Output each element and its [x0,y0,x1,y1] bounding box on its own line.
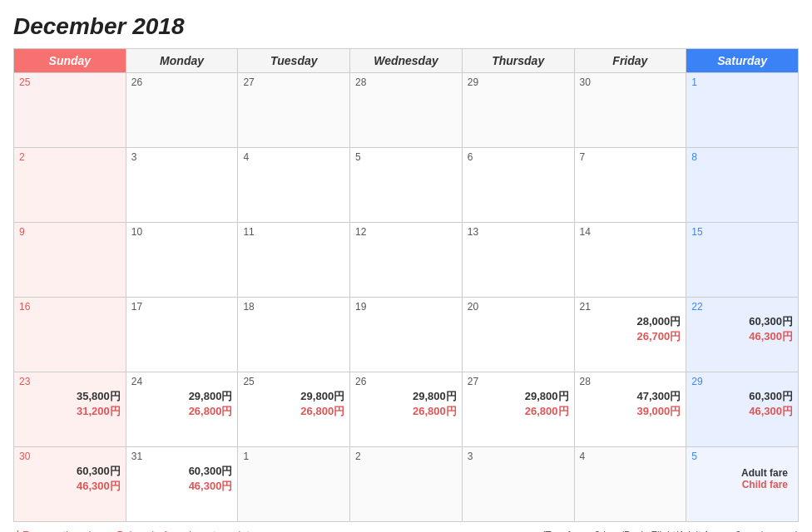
calendar-cell-25: 2529,800円26,800円 [238,372,350,447]
calendar-cell-3: 3 [126,148,238,223]
calendar-cell-2: 2 [14,148,126,223]
calendar-cell-27: 27 [238,73,350,148]
day-number: 25 [243,376,344,387]
child-price: 26,700円 [580,329,681,344]
day-number: 5 [691,451,793,462]
day-number: 2 [19,151,121,163]
day-number: 18 [243,301,344,313]
day-number: 11 [243,226,344,238]
adult-price: 35,800円 [19,389,121,404]
child-price: 46,300円 [19,479,121,494]
day-number: 29 [468,76,569,88]
calendar-cell-8: 8 [686,148,799,223]
adult-price: 47,300円 [580,389,681,404]
calendar-header-saturday: Saturday [686,49,799,73]
calendar-cell-23: 2335,800円31,200円 [14,372,126,447]
day-number: 17 [131,301,233,313]
calendar-cell-29: 29 [462,73,574,148]
calendar-cell-26: 2629,800円26,800円 [350,372,463,447]
adult-price: 28,000円 [580,314,681,329]
calendar-header-tuesday: Tuesday [238,49,350,73]
day-number: 22 [691,301,793,313]
calendar-cell-5: 5 [350,148,463,223]
day-number: 2 [355,451,457,462]
day-number: 24 [131,376,233,387]
calendar-cell-18: 18 [238,298,350,372]
fare-legend: Adult fareChild fare [691,464,793,492]
adult-price: 60,300円 [691,389,793,404]
calendar-cell-21: 2128,000円26,700円 [574,298,686,372]
day-number: 28 [355,76,457,88]
calendar-cell-5: 5Adult fareChild fare [686,447,799,522]
day-number: 30 [580,76,681,88]
day-number: 19 [355,301,457,313]
day-number: 4 [243,151,344,163]
day-number: 3 [468,451,569,462]
day-number: 6 [468,151,569,163]
calendar-cell-19: 19 [350,298,463,372]
calendar-table: SundayMondayTuesdayWednesdayThursdayFrid… [13,48,799,522]
calendar-cell-7: 7 [574,148,686,223]
day-number: 30 [19,451,121,462]
day-number: 7 [580,151,681,163]
child-price: 26,800円 [243,404,344,419]
day-number: 5 [355,151,457,163]
day-number: 13 [468,226,569,238]
calendar-cell-22: 2260,300円46,300円 [686,298,799,372]
calendar-cell-4: 4 [238,148,350,223]
day-number: 4 [580,451,681,462]
reservation-notice: ※Reservation closes 5 days before depart… [13,529,255,532]
day-number: 21 [580,301,681,313]
child-price: 26,800円 [131,404,233,419]
calendar-cell-31: 3160,300円46,300円 [126,447,238,522]
calendar-cell-6: 6 [462,148,574,223]
calendar-cell-15: 15 [686,223,799,298]
adult-price: 29,800円 [131,389,233,404]
calendar-cell-9: 9 [14,223,126,298]
child-price: 46,300円 [131,479,233,494]
child-price: 39,000円 [580,404,681,419]
calendar-cell-1: 1 [686,73,799,148]
calendar-cell-20: 20 [462,298,574,372]
calendar-cell-10: 10 [126,223,238,298]
child-price: 46,300円 [691,404,793,419]
adult-fare-label: Adult fare [696,467,788,479]
adult-price: 60,300円 [131,464,233,479]
calendar-cell-12: 12 [350,223,463,298]
calendar-header-monday: Monday [126,49,238,73]
child-price: 46,300円 [691,329,793,344]
day-number: 27 [243,76,344,88]
day-number: 28 [580,376,681,387]
day-number: 20 [468,301,569,313]
calendar-cell-17: 17 [126,298,238,372]
adult-price: 29,800円 [468,389,569,404]
day-number: 16 [19,301,121,313]
calendar-cell-13: 13 [462,223,574,298]
calendar-row-5: 3060,300円46,300円3160,300円46,300円12345Adu… [14,447,799,522]
calendar-header-row: SundayMondayTuesdayWednesdayThursdayFrid… [14,49,799,73]
calendar-cell-29: 2960,300円46,300円 [686,372,799,447]
calendar-cell-25: 25 [14,73,126,148]
day-number: 14 [580,226,681,238]
child-price: 31,200円 [19,404,121,419]
calendar-cell-28: 2847,300円39,000円 [574,372,686,447]
day-number: 29 [691,376,793,387]
calendar-row-3: 16171819202128,000円26,700円2260,300円46,30… [14,298,799,372]
page-title: December 2018 [13,13,799,40]
calendar-cell-14: 14 [574,223,686,298]
day-number: 10 [131,226,233,238]
day-number: 31 [131,451,233,462]
calendar-cell-16: 16 [14,298,126,372]
calendar-header-friday: Friday [574,49,686,73]
adult-price: 60,300円 [691,314,793,329]
calendar-cell-28: 28 [350,73,463,148]
calendar-row-0: 2526272829301 [14,73,799,148]
footer: ※Reservation closes 5 days before depart… [13,529,799,532]
calendar-cell-1: 1 [238,447,350,522]
calendar-row-2: 9101112131415 [14,223,799,298]
day-number: 9 [19,226,121,238]
calendar-cell-11: 11 [238,223,350,298]
calendar-cell-30: 3060,300円46,300円 [14,447,126,522]
child-price: 26,800円 [355,404,457,419]
day-number: 26 [355,376,457,387]
